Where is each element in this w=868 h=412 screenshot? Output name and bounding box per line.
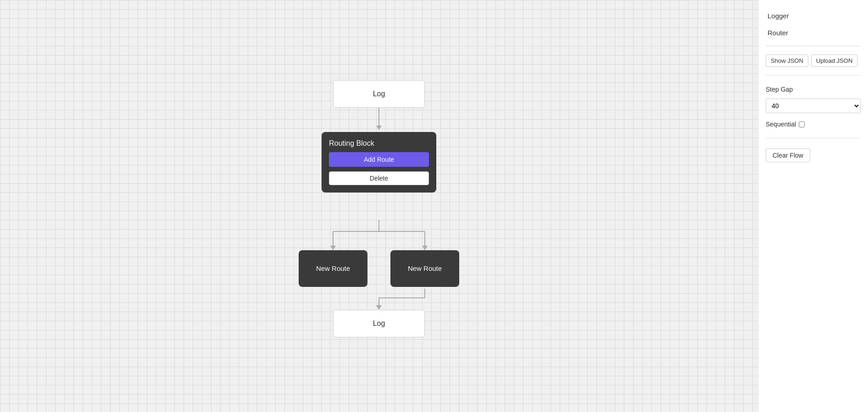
sidebar-item-logger[interactable]: Logger [766,9,861,22]
sidebar-divider-2 [766,75,861,76]
clear-flow-button[interactable]: Clear Flow [766,148,810,162]
log-node-top[interactable]: Log [333,80,425,108]
svg-marker-7 [422,246,428,250]
upload-json-button[interactable]: Upload JSON [811,55,857,67]
routing-block-node[interactable]: Routing Block Add Route Delete [322,132,436,192]
route-node-left[interactable]: New Route [299,250,367,287]
sequential-checkbox[interactable] [799,121,805,127]
step-gap-label: Step Gap [766,86,861,93]
sidebar: Logger Router Show JSON Upload JSON Step… [758,0,868,412]
sidebar-json-buttons: Show JSON Upload JSON [766,55,861,67]
sequential-label: Sequential [766,121,796,128]
sidebar-divider-3 [766,138,861,138]
sequential-row: Sequential [766,121,861,128]
canvas-area[interactable]: Log Routing Block Add Route Delete New R… [0,0,758,412]
routing-block-title: Routing Block [329,139,429,148]
delete-button[interactable]: Delete [329,171,429,185]
step-gap-select[interactable]: 40 60 80 100 [766,99,861,113]
flow-connectors [264,78,494,335]
svg-marker-1 [376,126,382,130]
sidebar-item-router[interactable]: Router [766,26,861,39]
route-node-right[interactable]: New Route [390,250,459,287]
sidebar-divider-1 [766,46,861,46]
show-json-button[interactable]: Show JSON [766,55,808,67]
svg-marker-11 [376,305,382,310]
add-route-button[interactable]: Add Route [329,152,429,167]
log-node-bottom[interactable]: Log [333,310,425,337]
svg-marker-5 [330,246,336,250]
flow-diagram: Log Routing Block Add Route Delete New R… [264,78,494,335]
